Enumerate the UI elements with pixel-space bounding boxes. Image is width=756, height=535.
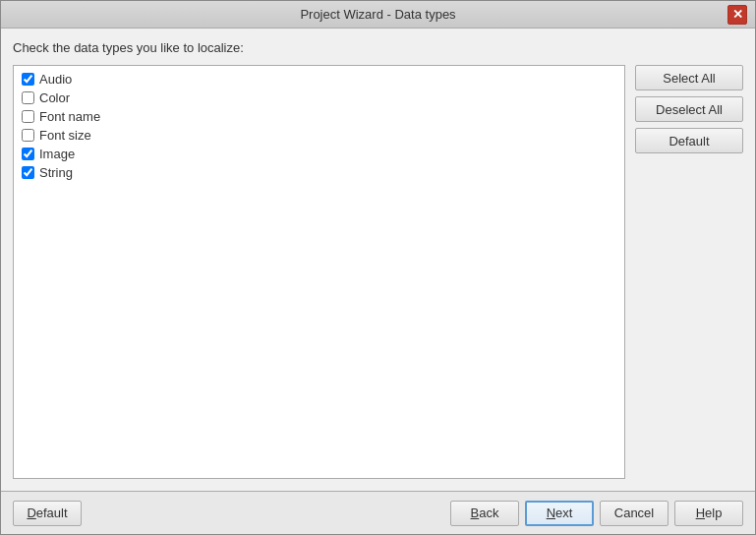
bottom-bar: Default Back Next Cancel Help — [1, 491, 755, 534]
back-label: Back — [471, 505, 499, 520]
window-title: Project Wizard - Data types — [29, 7, 727, 22]
list-item[interactable]: Image — [18, 145, 620, 163]
main-window: Project Wizard - Data types ✕ Check the … — [0, 0, 756, 535]
side-buttons: Select All Deselect All Default — [635, 65, 743, 479]
color-checkbox[interactable] — [22, 91, 34, 104]
main-row: Audio Color Font name Font size Image — [13, 65, 743, 479]
fontsize-checkbox[interactable] — [22, 129, 34, 142]
default-label: Default — [27, 505, 67, 520]
list-item[interactable]: Font size — [18, 126, 620, 145]
instruction-label: Check the data types you like to localiz… — [13, 40, 743, 55]
title-bar: Project Wizard - Data types ✕ — [1, 1, 755, 29]
content-area: Check the data types you like to localiz… — [1, 29, 755, 491]
list-item[interactable]: String — [18, 163, 620, 182]
audio-checkbox[interactable] — [22, 73, 34, 86]
bottom-right-buttons: Back Next Cancel Help — [450, 501, 743, 526]
close-icon: ✕ — [732, 7, 743, 22]
list-panel: Audio Color Font name Font size Image — [13, 65, 625, 479]
fontname-label: Font name — [39, 109, 100, 124]
image-label: Image — [39, 147, 75, 161]
deselect-all-button[interactable]: Deselect All — [635, 96, 743, 122]
list-item[interactable]: Audio — [18, 70, 620, 89]
fontsize-label: Font size — [39, 128, 91, 143]
close-button[interactable]: ✕ — [727, 5, 747, 25]
string-checkbox[interactable] — [22, 166, 34, 179]
string-label: String — [39, 165, 73, 180]
cancel-button[interactable]: Cancel — [600, 501, 669, 526]
help-button[interactable]: Help — [674, 501, 743, 526]
select-all-button[interactable]: Select All — [635, 65, 743, 90]
next-button[interactable]: Next — [525, 501, 594, 526]
help-label: Help — [696, 505, 723, 520]
default-side-button[interactable]: Default — [635, 128, 743, 153]
cancel-label: Cancel — [614, 505, 654, 520]
back-button[interactable]: Back — [450, 501, 519, 526]
fontname-checkbox[interactable] — [22, 110, 34, 123]
color-label: Color — [39, 90, 70, 105]
image-checkbox[interactable] — [22, 148, 34, 160]
list-item[interactable]: Font name — [18, 107, 620, 126]
audio-label: Audio — [39, 72, 72, 87]
default-button[interactable]: Default — [13, 501, 82, 526]
next-label: Next — [547, 505, 573, 520]
list-item[interactable]: Color — [18, 89, 620, 107]
bottom-left-buttons: Default — [13, 501, 82, 526]
